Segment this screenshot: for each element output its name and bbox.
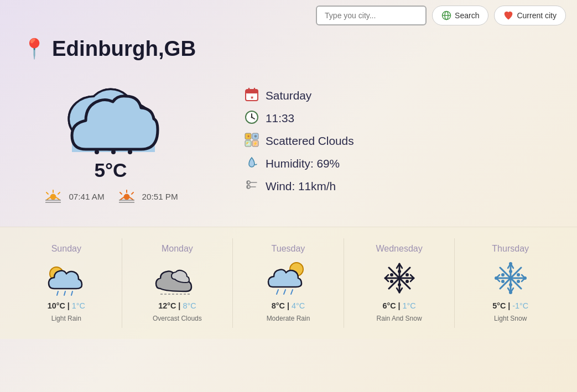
svg-point-13	[95, 150, 99, 154]
svg-rect-29	[246, 90, 258, 93]
forecast-day-name-2: Tuesday	[272, 244, 305, 254]
svg-point-15	[128, 150, 132, 154]
forecast-day-name-1: Monday	[162, 244, 193, 254]
search-button[interactable]: Search	[432, 6, 488, 25]
svg-text:⚡: ⚡	[253, 141, 258, 146]
condition-icon-wrap: ☀ ❄ ⛅ ⚡	[243, 133, 260, 150]
temperature-display: 5°C	[94, 159, 127, 181]
city-name: Edinburgh,GB	[52, 36, 196, 61]
forecast-temp-3: 6°C | 1°C	[382, 301, 415, 310]
svg-line-56	[284, 290, 285, 294]
forecast-temp-2: 8°C | 4°C	[272, 301, 305, 310]
svg-point-94	[509, 262, 512, 265]
condition-value: Scattered Clouds	[266, 134, 354, 148]
forecast-temp-0: 10°C | 1°C	[48, 301, 85, 310]
svg-point-90	[501, 273, 505, 276]
globe-icon	[441, 11, 451, 20]
forecast-section: Sunday 10°C | 1°C Light Rain Monday	[0, 227, 577, 339]
wind-value: Wind: 11km/h	[266, 180, 336, 193]
forecast-day-thursday: Thursday	[455, 238, 566, 328]
svg-line-57	[291, 290, 293, 294]
day-row: ★ Saturday	[243, 87, 354, 104]
sunset-time: 20:51 PM	[142, 192, 178, 201]
svg-point-88	[509, 270, 512, 273]
sunrise-icon	[43, 188, 63, 205]
svg-text:★: ★	[250, 95, 254, 100]
forecast-icon-0	[44, 258, 89, 297]
condition-row: ☀ ❄ ⛅ ⚡ Scattered Clouds	[243, 133, 354, 150]
forecast-desc-1: Overcast Clouds	[153, 315, 202, 322]
svg-line-51	[64, 291, 65, 295]
svg-line-17	[46, 192, 48, 194]
svg-point-71	[398, 283, 401, 286]
day-value: Saturday	[266, 89, 311, 102]
header: Search Current city	[0, 0, 577, 31]
svg-text:☀: ☀	[247, 134, 250, 138]
forecast-icon-4	[488, 258, 533, 297]
sunrise-time: 07:41 AM	[69, 192, 104, 201]
svg-point-91	[517, 273, 520, 276]
svg-point-92	[501, 280, 505, 283]
svg-text:❄: ❄	[254, 134, 257, 138]
wind-row: Wind: 11km/h	[243, 178, 354, 195]
clock-icon-wrap	[243, 110, 260, 127]
forecast-grid: Sunday 10°C | 1°C Light Rain Monday	[11, 238, 566, 328]
forecast-desc-3: Rain And Snow	[377, 315, 422, 322]
search-input[interactable]	[316, 6, 427, 25]
svg-point-73	[406, 273, 409, 276]
svg-point-93	[517, 280, 520, 283]
current-city-button[interactable]: Current city	[494, 6, 566, 25]
svg-line-18	[58, 192, 60, 194]
svg-line-24	[120, 192, 122, 194]
svg-point-95	[509, 291, 512, 294]
calendar-icon: ★	[245, 87, 259, 102]
current-city-label: Current city	[517, 11, 557, 20]
calendar-icon-wrap: ★	[243, 87, 260, 104]
forecast-day-name-4: Thursday	[492, 244, 529, 254]
svg-line-55	[277, 290, 278, 294]
forecast-temp-1: 12°C | 8°C	[158, 301, 196, 310]
svg-point-36	[251, 116, 253, 118]
forecast-day-name-3: Wednesday	[376, 244, 422, 254]
weather-condition-icon: ☀ ❄ ⛅ ⚡	[245, 133, 259, 147]
location-pin-icon: 📍	[22, 37, 46, 60]
forecast-day-wednesday: Wednesday	[344, 238, 455, 328]
forecast-day-name-0: Sunday	[51, 244, 81, 254]
svg-point-89	[509, 283, 512, 286]
forecast-temp-4: 5°C | -1°C	[492, 301, 528, 310]
forecast-icon-3	[377, 258, 422, 297]
humidity-row: Humidity: 69%	[243, 155, 354, 173]
humidity-icon-wrap	[243, 155, 260, 173]
svg-point-75	[406, 280, 409, 283]
svg-point-96	[495, 276, 498, 280]
svg-point-74	[390, 280, 393, 283]
svg-line-52	[71, 291, 72, 295]
humidity-icon	[245, 155, 259, 170]
city-title-section: 📍 Edinburgh,GB	[0, 31, 577, 66]
forecast-day-tuesday: Tuesday 8°C | 4°C Moderate Rain	[233, 238, 344, 328]
forecast-icon-2	[266, 258, 310, 297]
main-weather-section: 5°C 07:41 AM	[0, 72, 577, 210]
svg-text:⛅: ⛅	[246, 141, 251, 146]
svg-point-97	[523, 276, 527, 280]
forecast-desc-4: Light Snow	[494, 315, 527, 322]
forecast-icon-1	[155, 258, 199, 297]
svg-point-70	[398, 270, 401, 273]
sunset-icon	[117, 188, 137, 205]
forecast-desc-0: Light Rain	[51, 315, 81, 322]
svg-point-72	[390, 273, 393, 276]
weather-icon-section: 5°C 07:41 AM	[33, 77, 188, 205]
weather-details: ★ Saturday 11:33 ☀	[243, 87, 354, 195]
clock-icon	[245, 110, 259, 124]
heart-icon	[503, 11, 513, 20]
cloud-icon	[55, 77, 166, 155]
humidity-value: Humidity: 69%	[266, 157, 340, 170]
time-value: 11:33	[266, 112, 294, 125]
svg-point-14	[111, 150, 116, 154]
sun-times: 07:41 AM 20:51 PM	[43, 188, 178, 205]
svg-line-25	[132, 192, 133, 194]
search-label: Search	[455, 11, 479, 20]
forecast-day-sunday: Sunday 10°C | 1°C Light Rain	[11, 238, 122, 328]
wind-icon	[245, 178, 259, 192]
forecast-day-monday: Monday 12°C | 8°C Overcast Clouds	[122, 238, 233, 328]
